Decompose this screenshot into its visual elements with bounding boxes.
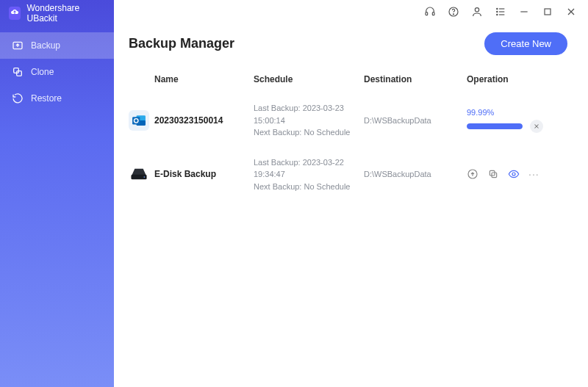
column-name: Name [154, 74, 254, 84]
more-icon[interactable]: ··· [528, 168, 539, 180]
page-title: Backup Manager [129, 36, 234, 51]
column-destination: Destination [364, 74, 467, 84]
user-icon[interactable] [470, 5, 484, 18]
create-new-button[interactable]: Create New [484, 32, 567, 55]
svg-rect-20 [132, 117, 140, 124]
schedule-cell: Last Backup: 2023-03-22 19:34:47 Next Ba… [254, 156, 364, 193]
progress-bar-fill [467, 123, 523, 129]
sidebar-item-label: Clone [31, 67, 54, 77]
menu-list-icon[interactable] [494, 5, 507, 18]
sidebar-item-clone[interactable]: Clone [0, 59, 114, 85]
backup-name: E-Disk Backup [154, 169, 254, 179]
operation-actions: ··· [467, 168, 570, 180]
outlook-icon [129, 110, 149, 131]
page-header: Backup Manager Create New [114, 23, 588, 68]
sidebar-item-label: Backup [31, 40, 60, 51]
svg-point-6 [453, 14, 453, 15]
table-row: 20230323150014 Last Backup: 2023-03-23 1… [129, 95, 573, 149]
titlebar [114, 0, 588, 23]
last-backup-text: Last Backup: 2023-03-23 15:00:14 [254, 102, 364, 126]
close-icon[interactable] [564, 5, 578, 18]
backup-table: Name Schedule Destination Operation 2023… [114, 68, 588, 203]
destination-text: D:\WSBackupData [364, 116, 467, 125]
cancel-button[interactable] [530, 120, 543, 133]
last-backup-text: Last Backup: 2023-03-22 19:34:47 [254, 156, 364, 181]
help-icon[interactable] [447, 5, 460, 18]
progress-bar [467, 123, 523, 129]
svg-point-10 [497, 11, 498, 12]
run-backup-icon[interactable] [467, 168, 478, 180]
sidebar-item-label: Restore [31, 93, 62, 104]
sidebar-nav: Backup Clone Restore [0, 32, 114, 112]
destination-text: D:\WSBackupData [364, 170, 467, 178]
column-schedule: Schedule [254, 74, 364, 84]
svg-rect-4 [432, 12, 434, 15]
svg-rect-15 [545, 9, 551, 15]
disk-icon [129, 164, 149, 184]
minimize-icon[interactable] [517, 5, 531, 18]
schedule-cell: Last Backup: 2023-03-23 15:00:14 Next Ba… [254, 102, 364, 139]
svg-point-7 [475, 8, 478, 12]
app-title: Wondershare UBackit [26, 3, 105, 23]
copy-icon[interactable] [487, 168, 499, 180]
svg-point-8 [497, 8, 498, 9]
view-icon[interactable] [508, 168, 520, 180]
table-row: E-Disk Backup Last Backup: 2023-03-22 19… [129, 149, 573, 203]
backup-icon [12, 40, 24, 51]
restore-icon [12, 93, 24, 104]
headset-icon[interactable] [423, 5, 437, 18]
operation-progress: 99.99% [467, 108, 570, 133]
next-backup-text: Next Backup: No Schedule [254, 126, 364, 139]
table-header: Name Schedule Destination Operation [129, 68, 573, 95]
backup-name: 20230323150014 [154, 115, 254, 126]
svg-rect-3 [426, 12, 428, 15]
column-operation: Operation [467, 74, 570, 84]
sidebar: Wondershare UBackit Backup Clone Restore [0, 0, 114, 387]
app-brand: Wondershare UBackit [0, 0, 114, 26]
svg-point-25 [144, 177, 146, 178]
svg-point-12 [497, 14, 498, 15]
app-logo-icon [9, 7, 21, 20]
svg-point-29 [512, 173, 515, 176]
sidebar-item-backup[interactable]: Backup [0, 32, 114, 59]
maximize-icon[interactable] [541, 5, 554, 18]
main: Backup Manager Create New Name Schedule … [114, 0, 588, 387]
progress-percent: 99.99% [467, 108, 570, 117]
clone-icon [12, 66, 24, 78]
sidebar-item-restore[interactable]: Restore [0, 85, 114, 112]
next-backup-text: Next Backup: No Schedule [254, 181, 364, 193]
